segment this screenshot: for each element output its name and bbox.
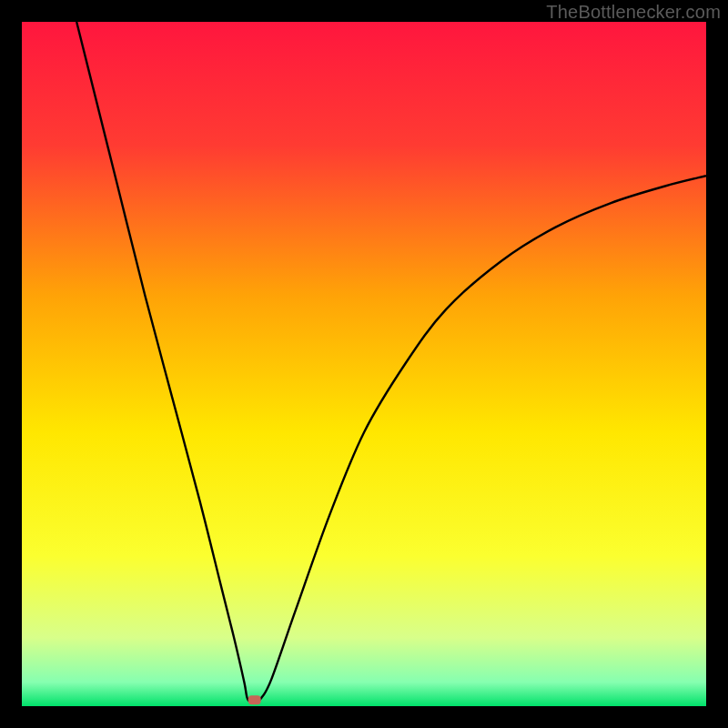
- chart-svg: [22, 22, 706, 706]
- minimum-marker: [248, 695, 261, 704]
- attribution-label: TheBottlenecker.com: [546, 2, 721, 23]
- chart-frame: [22, 22, 706, 706]
- gradient-background: [22, 22, 706, 706]
